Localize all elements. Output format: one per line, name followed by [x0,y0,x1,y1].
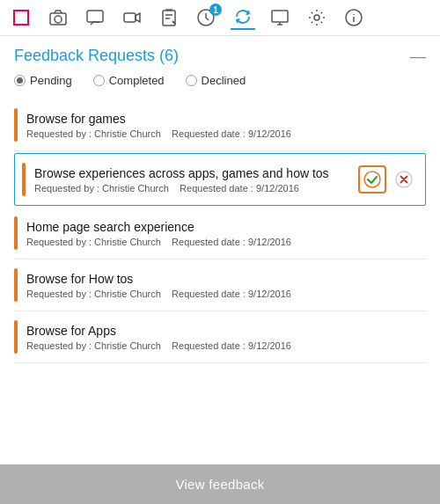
feedback-item[interactable]: Home page search experience Requested by… [14,208,426,259]
feedback-item-meta: Requested by : Christie Church Requested… [26,289,419,299]
comment-icon[interactable] [83,5,107,30]
requested-by-label: Requested by : [26,340,92,351]
requested-by-label: Requested by : [26,237,92,247]
feedback-item-meta: Requested by : Christie Church Requested… [34,183,351,194]
item-accent-bar [22,163,26,196]
radio-declined [186,75,197,86]
item-accent-bar [14,216,18,250]
requested-by-value: Christie Church [94,340,161,351]
feedback-item-title: Home page search experience [26,220,419,234]
requested-date-value: 9/12/2016 [248,289,291,299]
requested-by-value: Christie Church [102,183,169,194]
item-accent-bar [14,108,18,142]
square-icon[interactable] [9,5,33,30]
feedback-item[interactable]: Browse for How tos Requested by : Christ… [14,259,426,311]
feedback-item-title: Browse for games [26,112,419,126]
decline-button[interactable] [390,165,418,194]
feedback-item-meta: Requested by : Christie Church Requested… [26,128,419,139]
svg-point-10 [364,172,380,187]
filter-bar: Pending Completed Declined [14,74,426,87]
feedback-item-title: Browse for How tos [26,272,419,286]
requested-date-label: Requested date : [172,128,246,139]
item-accent-bar [14,268,18,302]
requested-by-label: Requested by : [34,183,99,194]
filter-pending[interactable]: Pending [14,74,72,87]
filter-pending-label: Pending [30,74,72,87]
filter-completed[interactable]: Completed [93,74,165,87]
svg-rect-4 [124,13,136,22]
requested-date-label: Requested date : [172,340,246,351]
svg-point-8 [314,15,319,20]
requested-date-label: Requested date : [172,237,246,247]
monitor-icon[interactable] [268,5,292,30]
requested-date-label: Requested date : [180,183,253,194]
feedback-item-meta: Requested by : Christie Church Requested… [26,340,419,351]
feedback-item-info: Browse for How tos Requested by : Christ… [26,272,419,299]
feedback-item[interactable]: Browse experiences across apps, games an… [14,153,426,206]
requested-date-value: 9/12/2016 [248,128,291,139]
accept-button[interactable] [358,165,386,194]
requested-date-label: Requested date : [172,289,246,299]
filter-declined-label: Declined [202,74,246,87]
requested-date-value: 9/12/2016 [256,183,299,194]
svg-rect-0 [14,11,28,25]
feedback-item-info: Browse for games Requested by : Christie… [26,112,419,139]
toolbar: 1 [0,0,440,36]
clock-badge: 1 [209,4,222,16]
minimize-button[interactable]: — [410,48,426,64]
clock-icon[interactable]: 1 [194,5,218,30]
feedback-item-info: Browse for Apps Requested by : Christie … [26,324,419,351]
info-icon[interactable] [341,5,366,30]
requested-date-value: 9/12/2016 [248,237,291,247]
section-header: Feedback Requests (6) — [14,47,426,65]
requested-by-label: Requested by : [26,128,92,139]
main-content: Feedback Requests (6) — Pending Complete… [0,36,440,464]
feedback-list: Browse for games Requested by : Christie… [14,99,426,363]
feedback-item-title: Browse for Apps [26,324,419,338]
feedback-item-title: Browse experiences across apps, games an… [34,166,351,180]
video-icon[interactable] [120,5,144,30]
svg-point-2 [55,16,62,23]
feedback-item-meta: Requested by : Christie Church Requested… [26,237,419,247]
item-actions [358,165,418,194]
feedback-item[interactable]: Browse for games Requested by : Christie… [14,99,426,151]
settings-icon[interactable] [304,5,329,30]
view-feedback-button[interactable]: View feedback [0,464,440,504]
requested-by-label: Requested by : [26,289,92,299]
feedback-item-info: Browse experiences across apps, games an… [34,166,351,194]
svg-rect-7 [272,11,288,22]
filter-completed-label: Completed [109,74,165,87]
requested-by-value: Christie Church [94,289,161,299]
section-title: Feedback Requests (6) [14,47,179,65]
radio-pending [14,75,26,86]
clipboard-icon[interactable] [157,5,181,30]
radio-completed [93,75,105,86]
requested-by-value: Christie Church [94,128,161,139]
filter-declined[interactable]: Declined [186,74,246,87]
feedback-nav-icon[interactable] [231,5,255,30]
feedback-item-info: Home page search experience Requested by… [26,220,419,247]
svg-rect-3 [87,11,103,22]
camera-icon[interactable] [46,5,70,30]
feedback-item[interactable]: Browse for Apps Requested by : Christie … [14,311,426,363]
requested-date-value: 9/12/2016 [248,340,291,351]
item-accent-bar [14,320,18,354]
requested-by-value: Christie Church [94,237,161,247]
